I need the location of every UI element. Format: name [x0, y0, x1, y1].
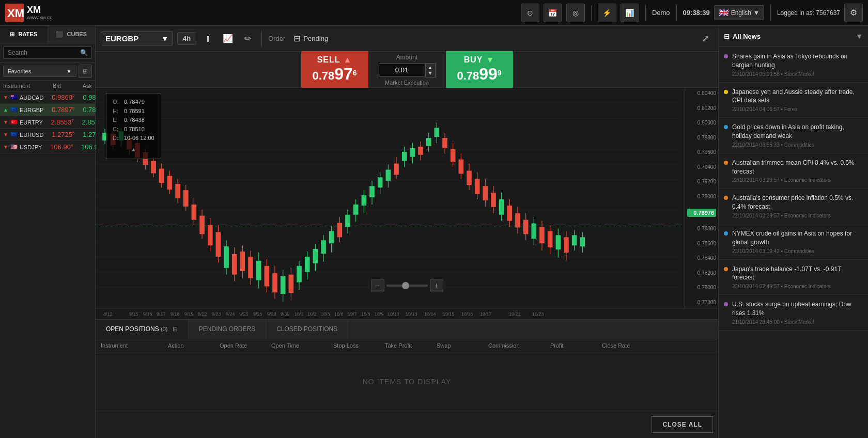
- sell-button[interactable]: SELL ▲ 0.78976: [301, 51, 368, 88]
- news-item-2[interactable]: Japanese yen and Aussie steady after tra…: [719, 83, 868, 118]
- closed-positions-label: CLOSED POSITIONS: [276, 325, 337, 333]
- instrument-name-eurusd: ▼ 🇪🇺 EURUSD: [3, 131, 43, 138]
- news-item-1[interactable]: Shares gain in Asia as Tokyo rebounds on…: [719, 47, 868, 83]
- svg-rect-56: [256, 261, 261, 280]
- news-item-6[interactable]: NYMEX crude oil gains in Asia on hopes f…: [719, 224, 868, 260]
- bid-audcad: 0.98602: [43, 93, 74, 101]
- news-headline-6: NYMEX crude oil gains in Asia on hopes f…: [732, 229, 863, 247]
- news-item-4[interactable]: Australian trimmed mean CPI 0.4% vs. 0.5…: [719, 153, 868, 189]
- zoom-bar[interactable]: [386, 285, 428, 287]
- bid-usdjpy: 106.904: [42, 143, 73, 151]
- col-bid: Bid: [30, 83, 61, 89]
- date-tick-10: 9/25: [239, 311, 249, 317]
- bars-chart-icon[interactable]: ⫿: [200, 31, 216, 46]
- svg-rect-64: [289, 275, 294, 293]
- timeframe-button[interactable]: 4h: [177, 32, 196, 45]
- news-item-7[interactable]: Japan's trade balance -1.07T vs. -0.91T …: [719, 260, 868, 295]
- instrument-row-eurgbp[interactable]: ▲ 🇪🇺 EURGBP 0.78976 0.78999 09:38: [0, 104, 95, 116]
- calendar-icon[interactable]: 📅: [544, 4, 562, 22]
- search-input[interactable]: [3, 46, 92, 59]
- rates-column-headers: Instrument Bid Ask Time: [0, 81, 95, 91]
- tab-closed-positions[interactable]: CLOSED POSITIONS: [266, 320, 348, 339]
- bid-eurtry: 2.85537: [43, 118, 74, 126]
- col-stop-loss-header: Stop Loss: [333, 342, 385, 349]
- svg-rect-76: [337, 223, 343, 238]
- svg-rect-120: [515, 213, 520, 228]
- instrument-row-eurusd[interactable]: ▼ 🇪🇺 EURUSD 1.27255 1.27275 09:38: [0, 129, 95, 141]
- fullscreen-button[interactable]: ⤢: [698, 31, 713, 46]
- top-bar-right: ⊙ 📅 ◎ ⚡ 📊 Demo 09:38:39 🇬🇧 English ▼ Log…: [521, 4, 863, 22]
- col-ask: Ask: [61, 83, 92, 89]
- instrument-row-eurtry[interactable]: ▼ 🇹🇷 EURTRY 2.85537 2.85743 09:38: [0, 116, 95, 129]
- flag-eurusd: 🇪🇺: [10, 131, 18, 138]
- instrument-row[interactable]: ▼ 🇦🇺 AUDCAD 0.98602 0.98651 09:38: [0, 91, 95, 104]
- settings-button[interactable]: ⚙: [844, 4, 863, 22]
- chart-icon[interactable]: 📊: [621, 4, 639, 22]
- news-meta-6: 22/10/2014 03:09:42 • Commodities: [732, 248, 863, 254]
- svg-rect-88: [386, 170, 391, 181]
- top-bar: XM XM WWW.XM.COM ⊙ 📅 ◎ ⚡ 📊 Demo 09:38:39…: [0, 0, 868, 26]
- rates-icon: ⊞: [10, 31, 14, 37]
- pair-selector[interactable]: EURGBP ▼: [101, 32, 173, 45]
- news-headline-2: Japanese yen and Aussie steady after tra…: [732, 88, 863, 105]
- center-panel: EURGBP ▼ 4h ⫿ 📈 ✏ Order ⊟ Pending ⤢ SELL…: [96, 26, 718, 438]
- news-meta-3: 22/10/2014 03:55:33 • Commodities: [732, 142, 863, 148]
- tab-open-positions[interactable]: OPEN POSITIONS (0) ⊟: [96, 320, 189, 339]
- watchlist-icon[interactable]: ⊙: [521, 4, 539, 22]
- instrument-row-usdjpy[interactable]: ▼ 🇺🇸 USDJPY 106.904 106.926 09:38: [0, 141, 95, 153]
- col-open-time-header: Open Time: [271, 342, 333, 349]
- ohlc-high: 0.78591: [124, 107, 145, 116]
- date-tick-12: 9/29: [267, 311, 276, 317]
- col-close-rate-header: Close Rate: [602, 342, 654, 349]
- svg-rect-30: [151, 161, 156, 174]
- order-icon: ⊟: [293, 34, 300, 43]
- news-item-3[interactable]: Gold prices down in Asia on profit takin…: [719, 118, 868, 153]
- col-open-rate-header: Open Rate: [220, 342, 271, 349]
- ohlc-close: 0.78510: [124, 125, 145, 134]
- demo-label: Demo: [652, 9, 670, 17]
- label-eurusd: EURUSD: [20, 132, 43, 138]
- language-selector[interactable]: 🇬🇧 English ▼: [714, 5, 764, 20]
- cubes-tab[interactable]: ⬛ CUBES: [48, 26, 96, 43]
- date-tick-17: 10/6: [334, 311, 344, 317]
- date-tick-19: 10/8: [361, 311, 370, 317]
- zoom-out-button[interactable]: −: [371, 279, 384, 292]
- grid-view-button[interactable]: ⊞: [79, 65, 92, 78]
- news-item-5[interactable]: Australia's consumer price inflation 0.5…: [719, 189, 868, 224]
- news-expand-button[interactable]: ▼: [856, 32, 863, 40]
- cubes-icon: ⬛: [56, 31, 63, 37]
- svg-rect-106: [459, 160, 464, 174]
- left-panel: ⊞ RATES ⬛ CUBES 🔍 Favorites ▼ ⊞ Instrume…: [0, 26, 96, 438]
- svg-rect-44: [208, 225, 213, 246]
- lightning-icon[interactable]: ⚡: [598, 4, 616, 22]
- rates-tab[interactable]: ⊞ RATES: [0, 26, 48, 43]
- favorites-dropdown[interactable]: Favorites ▼: [3, 66, 76, 77]
- zoom-in-button[interactable]: +: [430, 279, 443, 292]
- date-tick-4: 9/17: [157, 311, 166, 317]
- close-all-button[interactable]: CLOSE ALL: [652, 416, 713, 433]
- svg-text:XM: XM: [7, 7, 24, 20]
- svg-rect-130: [555, 235, 561, 249]
- tab-pending-orders[interactable]: PENDING ORDERS: [189, 320, 266, 339]
- candle-chart-icon[interactable]: 📈: [220, 31, 236, 46]
- svg-rect-90: [394, 164, 399, 175]
- svg-rect-116: [499, 199, 504, 215]
- pair-dropdown-icon: ▼: [161, 35, 168, 43]
- pending-orders-label: PENDING ORDERS: [199, 325, 255, 333]
- globe-icon[interactable]: ◎: [566, 4, 585, 22]
- svg-rect-34: [167, 176, 173, 190]
- svg-rect-86: [378, 177, 383, 187]
- zoom-thumb[interactable]: [402, 282, 409, 289]
- buy-button[interactable]: BUY ▼ 0.78999: [446, 51, 513, 88]
- date-tick-13: 9/30: [281, 311, 290, 317]
- news-item-8[interactable]: U.S. stocks surge on upbeat earnings; Do…: [719, 295, 868, 331]
- amount-input[interactable]: [379, 64, 425, 76]
- svg-rect-108: [467, 170, 472, 185]
- draw-tool-icon[interactable]: ✏: [240, 31, 255, 46]
- no-items-message: NO ITEMS TO DISPLAY: [96, 352, 718, 411]
- order-type-display: ⊟ Pending: [293, 34, 328, 43]
- pair-label: EURGBP: [105, 34, 138, 43]
- amount-stepper[interactable]: ▲ ▼: [425, 63, 436, 77]
- svg-rect-118: [507, 206, 513, 221]
- direction-icon-usdjpy: ▼: [3, 144, 8, 150]
